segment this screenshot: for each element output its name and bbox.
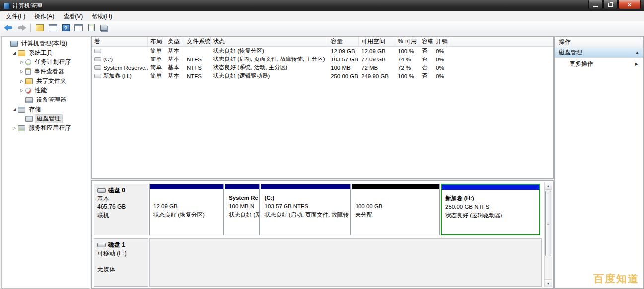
- partition[interactable]: (C:)103.57 GB NTFS状态良好 (启动, 页面文件, 故障转: [261, 184, 351, 235]
- disk-icon: [97, 188, 106, 193]
- disk-label[interactable]: 磁盘 1可移动 (E:)无媒体: [94, 238, 148, 287]
- primary-bar: [261, 184, 350, 189]
- table-row[interactable]: System Reserve...简单基本NTFS状态良好 (系统, 活动, 主…: [92, 63, 553, 72]
- task-scheduler-icon: [25, 59, 31, 65]
- menu-item[interactable]: 帮助(H): [87, 11, 117, 21]
- tree-item-label: 共享文件夹: [35, 77, 68, 85]
- tree-item-services[interactable]: ▷服务和应用程序: [2, 123, 90, 133]
- table-row[interactable]: 简单基本状态良好 (恢复分区)12.09 GB12.09 GB100 %否0%: [92, 47, 553, 55]
- partition[interactable]: System Re100 MB N状态良好 (系: [225, 184, 260, 235]
- tree-item-event-viewer[interactable]: ▷事件查看器: [2, 67, 90, 76]
- column-header[interactable]: 卷: [92, 37, 148, 46]
- column-header[interactable]: 可用空间: [359, 37, 395, 46]
- tree-item-task-scheduler[interactable]: ▷任务计划程序: [2, 58, 90, 67]
- table-cell: 否: [419, 72, 433, 80]
- column-header[interactable]: 容错: [419, 37, 433, 46]
- forward-button[interactable]: [15, 22, 27, 33]
- toolbar-separator: [30, 23, 31, 32]
- column-header[interactable]: 容量: [328, 37, 359, 46]
- menu-item[interactable]: 操作(A): [30, 11, 59, 21]
- collapsed-expander-icon[interactable]: ▷: [19, 79, 25, 83]
- volume-table-body: 简单基本状态良好 (恢复分区)12.09 GB12.09 GB100 %否0%(…: [92, 47, 553, 80]
- menu-item[interactable]: 文件(F): [1, 11, 30, 21]
- column-header[interactable]: 状态: [211, 37, 328, 46]
- column-header[interactable]: 开销: [433, 37, 451, 46]
- submenu-arrow-icon: ▶: [635, 62, 638, 66]
- disk-tool-button[interactable]: [98, 22, 110, 33]
- help-icon: [62, 24, 70, 31]
- collapsed-expander-icon[interactable]: ▷: [19, 60, 25, 64]
- help-button[interactable]: [60, 22, 72, 33]
- expanded-expander-icon[interactable]: ◢: [11, 51, 17, 55]
- collapsed-expander-icon[interactable]: ▷: [19, 88, 25, 93]
- collapse-section-icon[interactable]: ▲: [635, 50, 639, 55]
- partition[interactable]: 新加卷 (H:)250.00 GB NTFS状态良好 (逻辑驱动器): [441, 184, 540, 235]
- scroll-up-button[interactable]: ▲: [545, 182, 552, 190]
- minimize-button[interactable]: [588, 0, 603, 9]
- tree-item-shared-folders[interactable]: ▷共享文件夹: [2, 76, 90, 86]
- window-title: 计算机管理: [12, 2, 42, 10]
- table-cell: 简单: [148, 72, 165, 80]
- show-tree-button[interactable]: [34, 22, 46, 33]
- scrollbar-thumb[interactable]: ≡: [545, 191, 551, 256]
- tree-item-label: 磁盘管理: [35, 114, 63, 123]
- disk-detail: 基本: [97, 195, 145, 203]
- shared-folders-icon: [25, 78, 33, 84]
- tree-item-system-tools[interactable]: ◢系统工具: [2, 48, 90, 58]
- partition-detail: 未分配: [356, 211, 437, 219]
- partition-title: System Re: [229, 194, 257, 202]
- table-cell: 否: [419, 56, 433, 63]
- table-cell: 状态良好 (恢复分区): [211, 47, 328, 55]
- disk-label[interactable]: 磁盘 0基本465.76 GB联机: [94, 184, 148, 235]
- table-cell: 简单: [148, 64, 165, 71]
- system-tools-icon: [18, 50, 25, 56]
- menu-item[interactable]: 查看(V): [59, 11, 87, 21]
- partition[interactable]: 12.09 GB状态良好 (恢复分区): [149, 184, 224, 235]
- tree-item-disk-management[interactable]: 磁盘管理: [2, 114, 90, 123]
- table-cell: 新加卷 (H:): [92, 72, 148, 80]
- partition-title: 新加卷 (H:): [445, 194, 537, 203]
- table-cell: 77.09 GB: [359, 57, 395, 62]
- export-button[interactable]: [85, 22, 97, 33]
- table-cell: 状态良好 (系统, 活动, 主分区): [211, 64, 328, 71]
- volume-table-header: 卷布局类型文件系统状态容量可用空间% 可用容错开销: [92, 37, 553, 47]
- column-header[interactable]: 布局: [148, 37, 165, 46]
- tree: 计算机管理(本地)◢系统工具▷任务计划程序▷事件查看器▷共享文件夹▷性能设备管理…: [2, 37, 90, 133]
- disk-detail: 465.76 GB: [97, 203, 145, 211]
- console-window-button[interactable]: [47, 22, 59, 33]
- column-header[interactable]: % 可用: [395, 37, 419, 46]
- partition[interactable]: 100.00 GB未分配: [352, 184, 440, 235]
- tree-item-performance[interactable]: ▷性能: [2, 86, 90, 95]
- column-header[interactable]: 类型: [165, 37, 184, 46]
- minimize-icon: [593, 6, 598, 7]
- table-row[interactable]: (C:)简单基本NTFS状态良好 (启动, 页面文件, 故障转储, 主分区)10…: [92, 55, 553, 63]
- tree-item-computer[interactable]: 计算机管理(本地): [2, 39, 90, 48]
- vertical-scrollbar[interactable]: ▲ ≡ ▼: [544, 182, 552, 287]
- more-actions-item[interactable]: 更多操作 ▶: [555, 58, 643, 70]
- table-cell: 基本: [165, 64, 184, 71]
- tree-item-label: 任务计划程序: [33, 58, 72, 66]
- expanded-expander-icon[interactable]: ◢: [11, 107, 17, 112]
- table-cell: [92, 49, 148, 53]
- table-cell: 基本: [165, 56, 184, 63]
- disk-tool-icon: [100, 25, 107, 31]
- column-header[interactable]: 文件系统: [184, 37, 211, 46]
- tree-item-storage[interactable]: ◢存储: [2, 105, 90, 114]
- scroll-down-button[interactable]: ▼: [545, 279, 552, 287]
- disk-name: 磁盘 0: [108, 186, 125, 195]
- close-button[interactable]: ×: [618, 0, 641, 9]
- toolbar: [0, 21, 644, 34]
- event-viewer-icon: [25, 68, 31, 75]
- volume-icon: [94, 49, 101, 53]
- console-window2-button[interactable]: [72, 22, 84, 33]
- table-row[interactable]: 新加卷 (H:)简单基本NTFS状态良好 (逻辑驱动器)250.00 GB249…: [92, 72, 553, 80]
- disk-icon: [97, 243, 106, 247]
- partition-title: (C:): [265, 194, 348, 202]
- actions-section-disk-management[interactable]: 磁盘管理 ▲: [555, 47, 643, 58]
- back-button[interactable]: [2, 22, 14, 33]
- collapsed-expander-icon[interactable]: ▷: [11, 126, 17, 130]
- tree-item-device-manager[interactable]: 设备管理器: [2, 95, 90, 105]
- storage-icon: [18, 107, 25, 113]
- restore-button[interactable]: [603, 0, 618, 9]
- collapsed-expander-icon[interactable]: ▷: [19, 69, 25, 74]
